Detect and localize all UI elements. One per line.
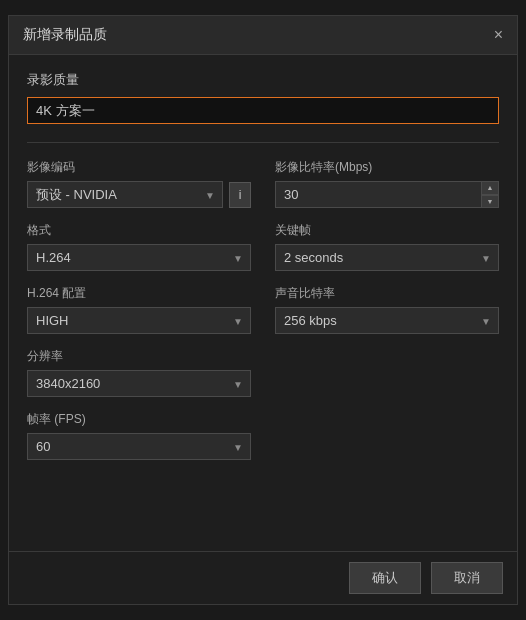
video-codec-row: 预设 - NVIDIA H.264 H.265 VP9 ▼ i — [27, 181, 251, 208]
video-codec-label: 影像编码 — [27, 159, 251, 176]
video-bitrate-spinbox: ▲ ▼ — [275, 181, 499, 208]
confirm-button[interactable]: 确认 — [349, 562, 421, 594]
h264-config-label: H.264 配置 — [27, 285, 251, 302]
quality-name-input[interactable] — [27, 97, 499, 124]
h264-config-select[interactable]: HIGH MAIN BASELINE — [27, 307, 251, 334]
quality-section-label: 录影质量 — [27, 71, 499, 89]
audio-bitrate-field: 声音比特率 256 kbps 128 kbps 192 kbps 320 kbp… — [275, 285, 499, 334]
empty-cell — [275, 348, 499, 397]
dialog: 新增录制品质 × 录影质量 影像编码 预设 - NVIDIA H.264 H.2… — [8, 15, 518, 605]
resolution-select-wrapper: 3840x2160 1920x1080 2560x1440 1280x720 ▼ — [27, 370, 251, 397]
format-label: 格式 — [27, 222, 251, 239]
keyframe-field: 关键帧 2 seconds 1 seconds 3 seconds 5 seco… — [275, 222, 499, 271]
format-field: 格式 H.264 H.265 VP9 AV1 ▼ — [27, 222, 251, 271]
dialog-footer: 确认 取消 — [9, 551, 517, 604]
video-bitrate-spin-buttons: ▲ ▼ — [481, 181, 499, 208]
dialog-body: 录影质量 影像编码 预设 - NVIDIA H.264 H.265 VP9 ▼ — [9, 55, 517, 551]
dialog-title: 新增录制品质 — [23, 26, 107, 44]
resolution-field: 分辨率 3840x2160 1920x1080 2560x1440 1280x7… — [27, 348, 251, 397]
keyframe-label: 关键帧 — [275, 222, 499, 239]
video-codec-info-button[interactable]: i — [229, 182, 251, 208]
video-codec-field: 影像编码 预设 - NVIDIA H.264 H.265 VP9 ▼ i — [27, 159, 251, 208]
audio-bitrate-select-wrapper: 256 kbps 128 kbps 192 kbps 320 kbps ▼ — [275, 307, 499, 334]
audio-bitrate-label: 声音比特率 — [275, 285, 499, 302]
form-grid: 影像编码 预设 - NVIDIA H.264 H.265 VP9 ▼ i — [27, 159, 499, 474]
fps-select[interactable]: 60 30 24 120 — [27, 433, 251, 460]
resolution-select[interactable]: 3840x2160 1920x1080 2560x1440 1280x720 — [27, 370, 251, 397]
format-select-wrapper: H.264 H.265 VP9 AV1 ▼ — [27, 244, 251, 271]
video-bitrate-field: 影像比特率(Mbps) ▲ ▼ — [275, 159, 499, 208]
h264-config-field: H.264 配置 HIGH MAIN BASELINE ▼ — [27, 285, 251, 334]
fps-select-wrapper: 60 30 24 120 ▼ — [27, 433, 251, 460]
fps-field: 帧率 (FPS) 60 30 24 120 ▼ — [27, 411, 251, 460]
video-bitrate-down-button[interactable]: ▼ — [481, 195, 499, 209]
dialog-header: 新增录制品质 × — [9, 16, 517, 55]
format-select[interactable]: H.264 H.265 VP9 AV1 — [27, 244, 251, 271]
resolution-label: 分辨率 — [27, 348, 251, 365]
video-bitrate-input[interactable] — [275, 181, 499, 208]
h264-config-select-wrapper: HIGH MAIN BASELINE ▼ — [27, 307, 251, 334]
video-codec-select-wrapper: 预设 - NVIDIA H.264 H.265 VP9 ▼ — [27, 181, 223, 208]
cancel-button[interactable]: 取消 — [431, 562, 503, 594]
close-button[interactable]: × — [494, 27, 503, 43]
video-bitrate-up-button[interactable]: ▲ — [481, 181, 499, 195]
video-bitrate-row: ▲ ▼ — [275, 181, 499, 208]
keyframe-select-wrapper: 2 seconds 1 seconds 3 seconds 5 seconds … — [275, 244, 499, 271]
audio-bitrate-select[interactable]: 256 kbps 128 kbps 192 kbps 320 kbps — [275, 307, 499, 334]
keyframe-select[interactable]: 2 seconds 1 seconds 3 seconds 5 seconds — [275, 244, 499, 271]
video-codec-select[interactable]: 预设 - NVIDIA H.264 H.265 VP9 — [27, 181, 223, 208]
video-bitrate-label: 影像比特率(Mbps) — [275, 159, 499, 176]
fps-label: 帧率 (FPS) — [27, 411, 251, 428]
section-divider — [27, 142, 499, 143]
